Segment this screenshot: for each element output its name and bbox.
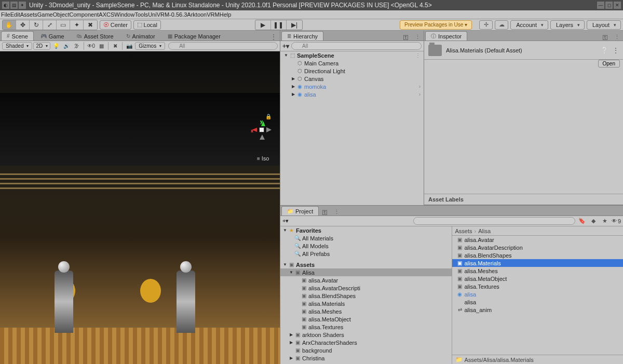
- hierarchy-item[interactable]: ▶⬡Canvas: [280, 75, 424, 83]
- scene-viewport[interactable]: 🔒 y x ≡ Iso: [0, 51, 280, 364]
- menu-tools[interactable]: Tools: [134, 11, 148, 18]
- pivot-toggle[interactable]: ⦿ Center: [100, 20, 131, 30]
- layers-dropdown[interactable]: Layers: [550, 20, 585, 30]
- collab-button[interactable]: ✢: [479, 20, 493, 30]
- project-add-button[interactable]: +▾: [282, 218, 289, 224]
- preview-packages-button[interactable]: Preview Packages in Use ▾: [400, 20, 472, 30]
- menu-arktoon[interactable]: Arktoon: [187, 11, 207, 18]
- cloud-button[interactable]: ☁: [495, 20, 508, 30]
- sys-icon-2[interactable]: ▤: [10, 2, 18, 9]
- tab-assetstore[interactable]: 🛍Asset Store: [71, 31, 119, 41]
- project-asset-item[interactable]: ▣alisa.Avatar: [452, 236, 624, 244]
- project-tree-item[interactable]: 🔍All Prefabs: [280, 250, 452, 258]
- tab-context-menu[interactable]: ⋮: [267, 33, 280, 41]
- hierarchy-item[interactable]: ⬡Directional Light: [280, 67, 424, 75]
- menu-component[interactable]: Component: [69, 11, 99, 18]
- lock-icon[interactable]: 🔒: [265, 114, 272, 119]
- tab-inspector[interactable]: ⓘInspector: [425, 31, 467, 41]
- project-tree-item[interactable]: ▼▣Alisa: [280, 268, 452, 276]
- hierarchy-item[interactable]: ⬡Main Camera: [280, 59, 424, 67]
- open-button[interactable]: Open: [598, 60, 620, 68]
- project-tree-item[interactable]: ▣alisa.Avatar: [280, 276, 452, 284]
- camera-toggle[interactable]: 📷: [125, 42, 134, 50]
- tab-hierarchy[interactable]: ≣Hierarchy: [281, 31, 323, 41]
- project-tree-item[interactable]: ▣alisa.Meshes: [280, 307, 452, 315]
- project-asset-item[interactable]: ▣alisa.Meshes: [452, 267, 624, 275]
- hierarchy-item[interactable]: ▶◉momoka›: [280, 83, 424, 90]
- menu-univrm[interactable]: UniVRM-0.56.3: [148, 11, 187, 18]
- step-button[interactable]: ▶|: [287, 20, 302, 30]
- project-tree-item[interactable]: ▣alisa.BlendShapes: [280, 292, 452, 300]
- hierarchy-search-input[interactable]: [291, 42, 422, 50]
- project-tree-item[interactable]: ▣alisa.MetaObject: [280, 315, 452, 323]
- hidden-count[interactable]: 👁9: [612, 218, 621, 224]
- hierarchy-lock-icon[interactable]: ⚿: [400, 34, 412, 41]
- fx-toggle[interactable]: 🌫: [72, 42, 82, 50]
- rotate-tool[interactable]: ↻: [30, 20, 43, 30]
- project-tree-item[interactable]: ▼▣Assets: [280, 261, 452, 268]
- project-folder-tree[interactable]: ▼★Favorites🔍All Materials🔍All Models🔍All…: [280, 226, 452, 364]
- project-tree-item[interactable]: ▣background: [280, 346, 452, 354]
- iso-label[interactable]: ≡ Iso: [257, 155, 269, 161]
- menu-axcs[interactable]: AXCS: [99, 11, 114, 18]
- hidden-toggle[interactable]: 👁0: [86, 42, 96, 50]
- project-breadcrumb[interactable]: Assets › Alisa: [452, 226, 624, 236]
- scale-tool[interactable]: ⤢: [43, 20, 57, 30]
- audio-toggle[interactable]: 🔊: [62, 42, 71, 50]
- move-tool[interactable]: ✥: [16, 20, 30, 30]
- 2d-toggle[interactable]: 2D: [33, 42, 50, 50]
- project-asset-item[interactable]: ▣alisa.BlendShapes: [452, 251, 624, 259]
- project-tree-item[interactable]: ▶▣arktoon Shaders: [280, 331, 452, 339]
- orientation-gizmo[interactable]: 🔒 y x ≡ Iso: [239, 107, 270, 139]
- shading-mode-dropdown[interactable]: Shaded: [2, 42, 32, 50]
- space-toggle[interactable]: ⬚ Local: [133, 20, 161, 30]
- sys-icon-3[interactable]: ✦: [19, 2, 26, 9]
- save-search-icon[interactable]: ★: [600, 218, 610, 224]
- project-tree-item[interactable]: ▣alisa.Textures: [280, 323, 452, 331]
- rect-tool[interactable]: ▭: [57, 20, 70, 30]
- menu-gameobject[interactable]: GameObject: [37, 11, 70, 18]
- maximize-button[interactable]: ◻: [605, 2, 613, 9]
- hand-tool[interactable]: ✋: [3, 20, 16, 30]
- project-tree-item[interactable]: ▶▣fina: [280, 362, 452, 364]
- asset-labels-header[interactable]: Asset Labels: [424, 194, 623, 205]
- hierarchy-item[interactable]: ▼⬚SampleScene⋮: [280, 51, 424, 59]
- project-asset-item[interactable]: ▣alisa.Textures: [452, 282, 624, 290]
- menu-vrm[interactable]: VRM: [207, 11, 219, 18]
- project-asset-item[interactable]: ▣alisa.Materials: [452, 259, 624, 267]
- tools-toggle[interactable]: ✖: [111, 42, 120, 50]
- project-tree-item[interactable]: 🔍All Models: [280, 242, 452, 250]
- project-asset-item[interactable]: alisa: [452, 298, 624, 306]
- project-tree-item[interactable]: 🔍All Materials: [280, 234, 452, 242]
- account-dropdown[interactable]: Account: [510, 20, 548, 30]
- layout-dropdown[interactable]: Layout: [587, 20, 621, 30]
- menu-assets[interactable]: Assets: [20, 11, 37, 18]
- hierarchy-tree[interactable]: ▼⬚SampleScene⋮⬡Main Camera⬡Directional L…: [280, 51, 424, 205]
- scene-search-input[interactable]: [168, 42, 278, 50]
- hierarchy-add-button[interactable]: +▾: [282, 43, 289, 50]
- breadcrumb-current[interactable]: Alisa: [478, 228, 491, 234]
- grid-toggle[interactable]: ▦: [97, 42, 106, 50]
- gizmos-dropdown[interactable]: Gizmos: [135, 42, 165, 50]
- project-items-list[interactable]: ▣alisa.Avatar▣alisa.AvatarDescription▣al…: [452, 236, 624, 355]
- project-tree-item[interactable]: ▣alisa.Materials: [280, 300, 452, 307]
- lighting-toggle[interactable]: 💡: [51, 42, 61, 50]
- search-by-label-icon[interactable]: ◆: [589, 218, 598, 224]
- custom-tool[interactable]: ✖: [84, 20, 97, 30]
- hierarchy-context-icon[interactable]: ⋮: [412, 34, 424, 41]
- inspector-context-icon[interactable]: ⋮: [611, 34, 623, 41]
- tab-scene[interactable]: #Scene: [1, 31, 34, 41]
- project-asset-item[interactable]: ▣alisa.AvatarDescription: [452, 244, 624, 251]
- project-tree-item[interactable]: ▶▣ArxCharacterShaders: [280, 339, 452, 346]
- menu-edit[interactable]: Edit: [10, 11, 20, 18]
- inspector-lock-icon[interactable]: ⚿: [599, 34, 611, 41]
- tab-animator[interactable]: ↻Animator: [120, 31, 161, 41]
- menu-file[interactable]: File: [1, 11, 10, 18]
- help-icon[interactable]: ❔: [601, 47, 608, 54]
- minimize-button[interactable]: —: [597, 2, 604, 9]
- close-button[interactable]: ✕: [614, 2, 621, 9]
- pause-button[interactable]: ❚❚: [271, 20, 287, 30]
- menu-window[interactable]: Window: [114, 11, 134, 18]
- inspector-menu-icon[interactable]: ⋮: [613, 47, 619, 54]
- project-lock-icon[interactable]: ⚿: [319, 209, 331, 215]
